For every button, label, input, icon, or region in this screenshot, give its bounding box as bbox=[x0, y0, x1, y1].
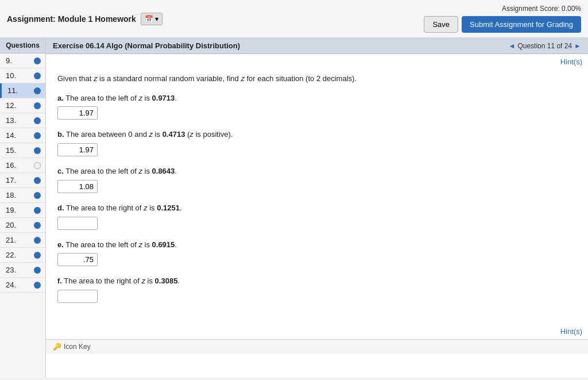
sub-question-a: a. The area to the left of z is 0.9713. bbox=[57, 93, 577, 120]
question-intro: Given that z is a standard normal random… bbox=[57, 73, 577, 85]
sidebar-item-14[interactable]: 14. bbox=[0, 128, 45, 143]
sidebar-item-19[interactable]: 19. bbox=[0, 203, 45, 218]
sidebar-item-dot bbox=[34, 132, 41, 139]
sidebar-item-dot bbox=[34, 117, 41, 124]
sub-question-text: d. The area to the right of z is 0.1251. bbox=[57, 202, 577, 214]
sidebar-item-12[interactable]: 12. bbox=[0, 98, 45, 113]
hint-top-link[interactable]: Hint(s) bbox=[46, 54, 588, 66]
hint-bottom-link[interactable]: Hint(s) bbox=[46, 324, 588, 339]
answer-input-a[interactable] bbox=[57, 106, 98, 120]
sidebar-item-17[interactable]: 17. bbox=[0, 173, 45, 188]
sidebar-item-dot bbox=[34, 57, 41, 64]
sub-question-text: c. The area to the left of z is 0.8643. bbox=[57, 166, 577, 178]
sidebar-item-label: 9. bbox=[6, 56, 12, 65]
sub-question-text: b. The area between 0 and z is 0.4713 (z… bbox=[57, 129, 577, 141]
top-bar: Assignment: Module 1 Homework 📅 ▾ Assign… bbox=[0, 0, 588, 38]
title-area: Assignment: Module 1 Homework 📅 ▾ bbox=[7, 13, 163, 25]
icon-key-bar: 🔑 Icon Key bbox=[46, 339, 588, 354]
sub-question-d: d. The area to the right of z is 0.1251. bbox=[57, 202, 577, 230]
question-title: Exercise 06.14 Algo (Normal Probability … bbox=[53, 41, 240, 50]
sidebar-item-dot bbox=[34, 237, 41, 244]
submit-button[interactable]: Submit Assignment for Grading bbox=[462, 16, 581, 33]
question-nav-label: Question 11 of 24 bbox=[517, 42, 572, 50]
sidebar-item-9[interactable]: 9. bbox=[0, 53, 45, 68]
sub-questions-container: a. The area to the left of z is 0.9713.b… bbox=[57, 93, 577, 304]
top-right: Assignment Score: 0.00% Save Submit Assi… bbox=[424, 5, 581, 33]
prev-question-arrow[interactable]: ◄ bbox=[508, 42, 515, 50]
sub-question-b: b. The area between 0 and z is 0.4713 (z… bbox=[57, 129, 577, 156]
question-body: Given that z is a standard normal random… bbox=[46, 66, 588, 324]
sidebar-item-label: 18. bbox=[6, 191, 16, 199]
question-nav: ◄ Question 11 of 24 ► bbox=[508, 42, 581, 50]
icon-key-label: Icon Key bbox=[64, 343, 91, 351]
sidebar-item-dot bbox=[34, 267, 41, 274]
sidebar-item-dot bbox=[34, 222, 41, 229]
sub-question-f: f. The area to the right of z is 0.3085. bbox=[57, 275, 577, 303]
sub-question-text: f. The area to the right of z is 0.3085. bbox=[57, 275, 577, 287]
main-layout: Questions 9.10.11.12.13.14.15.16.17.18.1… bbox=[0, 38, 588, 378]
sidebar-item-label: 23. bbox=[6, 266, 16, 274]
sidebar-item-dot bbox=[34, 252, 41, 259]
calendar-icon-button[interactable]: 📅 ▾ bbox=[141, 13, 163, 25]
sidebar-item-23[interactable]: 23. bbox=[0, 263, 45, 278]
next-question-arrow[interactable]: ► bbox=[574, 42, 581, 50]
sidebar-item-label: 21. bbox=[6, 236, 16, 244]
sidebar-items: 9.10.11.12.13.14.15.16.17.18.19.20.21.22… bbox=[0, 53, 45, 293]
sidebar-header: Questions bbox=[0, 38, 45, 53]
sidebar-item-10[interactable]: 10. bbox=[0, 68, 45, 83]
sidebar-item-dot bbox=[34, 162, 41, 169]
sidebar-item-label: 15. bbox=[6, 146, 16, 155]
save-button[interactable]: Save bbox=[424, 16, 458, 33]
button-group: Save Submit Assignment for Grading bbox=[424, 16, 581, 33]
sidebar-item-dot bbox=[34, 282, 41, 289]
sidebar-item-label: 24. bbox=[6, 281, 16, 289]
sidebar-item-dot bbox=[34, 147, 41, 154]
calendar-icon: 📅 bbox=[145, 15, 153, 23]
sidebar-item-label: 12. bbox=[6, 101, 16, 110]
sidebar-item-20[interactable]: 20. bbox=[0, 218, 45, 233]
sidebar-item-24[interactable]: 24. bbox=[0, 278, 45, 293]
question-header: Exercise 06.14 Algo (Normal Probability … bbox=[46, 38, 588, 54]
answer-input-d[interactable] bbox=[57, 217, 98, 230]
sidebar-item-label: 19. bbox=[6, 206, 16, 214]
assignment-title: Assignment: Module 1 Homework bbox=[7, 14, 136, 24]
sidebar-item-dot bbox=[34, 177, 41, 184]
sidebar-item-label: 13. bbox=[6, 116, 16, 125]
answer-input-c[interactable] bbox=[57, 180, 98, 193]
sidebar-item-dot bbox=[34, 102, 41, 109]
sidebar-item-21[interactable]: 21. bbox=[0, 233, 45, 248]
sidebar-item-label: 22. bbox=[6, 251, 16, 259]
sidebar-item-dot bbox=[34, 207, 41, 214]
answer-input-e[interactable] bbox=[57, 253, 98, 266]
sub-question-c: c. The area to the left of z is 0.8643. bbox=[57, 166, 577, 193]
sidebar-item-15[interactable]: 15. bbox=[0, 143, 45, 158]
sidebar-item-dot bbox=[34, 72, 41, 79]
sub-question-text: a. The area to the left of z is 0.9713. bbox=[57, 93, 577, 105]
key-icon: 🔑 bbox=[53, 343, 61, 351]
answer-input-b[interactable] bbox=[57, 143, 98, 156]
sidebar-item-16[interactable]: 16. bbox=[0, 158, 45, 173]
sub-question-text: e. The area to the left of z is 0.6915. bbox=[57, 239, 577, 251]
sidebar-item-dot bbox=[34, 192, 41, 199]
sub-question-e: e. The area to the left of z is 0.6915. bbox=[57, 239, 577, 267]
sidebar-item-label: 20. bbox=[6, 221, 16, 229]
sidebar-item-13[interactable]: 13. bbox=[0, 113, 45, 128]
sidebar-item-label: 16. bbox=[6, 161, 16, 170]
content-area: Exercise 06.14 Algo (Normal Probability … bbox=[46, 38, 588, 378]
sidebar-item-label: 11. bbox=[7, 86, 18, 95]
sidebar-item-22[interactable]: 22. bbox=[0, 248, 45, 263]
sidebar-item-11[interactable]: 11. bbox=[0, 83, 45, 98]
sidebar-item-18[interactable]: 18. bbox=[0, 188, 45, 203]
sidebar-item-dot bbox=[34, 87, 41, 94]
sidebar: Questions 9.10.11.12.13.14.15.16.17.18.1… bbox=[0, 38, 46, 378]
sidebar-item-label: 10. bbox=[6, 71, 16, 80]
sidebar-item-label: 14. bbox=[6, 131, 16, 140]
score-label: Assignment Score: 0.00% bbox=[502, 5, 581, 13]
calendar-dropdown-arrow: ▾ bbox=[155, 15, 158, 23]
answer-input-f[interactable] bbox=[57, 290, 98, 303]
sidebar-item-label: 17. bbox=[6, 176, 16, 185]
